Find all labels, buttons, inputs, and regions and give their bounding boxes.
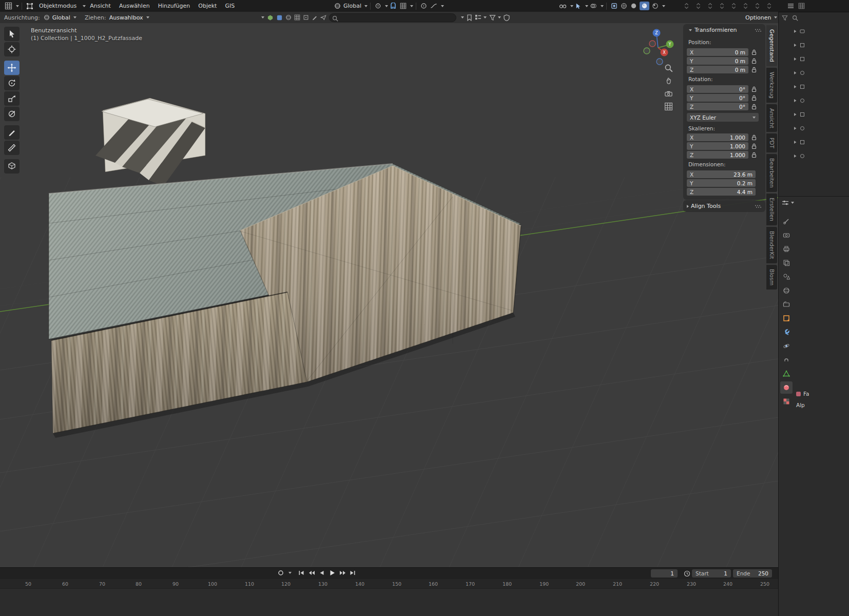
- hamburger-menu-icon[interactable]: [787, 3, 794, 9]
- overlays-dropdown[interactable]: [588, 3, 604, 9]
- cage-icon[interactable]: [303, 14, 309, 21]
- rotate-tool-button[interactable]: [4, 76, 20, 90]
- menu-auswaehlen[interactable]: Auswählen: [115, 0, 154, 12]
- drag-value[interactable]: Auswahlbox: [109, 14, 143, 21]
- mode-dropdown[interactable]: Objektmodus: [25, 0, 86, 12]
- expand-icon[interactable]: [793, 57, 797, 61]
- transform-panel-header[interactable]: Transformieren: [684, 25, 765, 35]
- transform-tool-button[interactable]: [4, 107, 20, 121]
- rotation-y-field[interactable]: Y 0°: [687, 94, 748, 102]
- scale-x-field[interactable]: X 1.000: [687, 133, 748, 141]
- menu-objekt[interactable]: Objekt: [194, 0, 221, 12]
- menu-gis[interactable]: GIS: [221, 0, 239, 12]
- expand-icon[interactable]: [793, 85, 797, 89]
- current-frame-field[interactable]: 1: [651, 569, 678, 578]
- dimension-z-field[interactable]: Z 4.4 m: [687, 188, 756, 196]
- lock-icon[interactable]: [751, 86, 757, 92]
- collapse-icon[interactable]: [755, 3, 760, 9]
- hexagon-icon[interactable]: [267, 14, 274, 21]
- play-reverse-button[interactable]: [317, 569, 326, 577]
- properties-tab-physics[interactable]: [780, 340, 793, 352]
- rotation-mode-dropdown[interactable]: XYZ Euler: [687, 113, 759, 122]
- tool-settings-caret[interactable]: [261, 16, 264, 18]
- clock-icon[interactable]: [684, 570, 690, 577]
- outliner-row[interactable]: [793, 56, 805, 62]
- lock-icon[interactable]: [751, 67, 757, 73]
- add-object-tool-button[interactable]: [4, 159, 20, 174]
- position-y-field[interactable]: Y 0 m: [687, 57, 748, 65]
- falloff-dropdown[interactable]: [429, 3, 444, 9]
- expand-icon[interactable]: [793, 126, 797, 130]
- shading-solid-icon[interactable]: [630, 3, 637, 9]
- properties-tab-constraints[interactable]: [780, 354, 793, 366]
- expand-icon[interactable]: [793, 43, 797, 47]
- properties-tab-tool[interactable]: [780, 215, 793, 227]
- scale-z-field[interactable]: Z 1.000: [687, 151, 748, 159]
- navigation-gizmo[interactable]: Z Y X: [636, 25, 680, 68]
- timeline-ruler[interactable]: 50 60 70 80 90 100 110 120 130 140 150 1…: [0, 579, 778, 589]
- collapse-icon[interactable]: [684, 3, 689, 9]
- proportional-edit-icon[interactable]: [420, 3, 427, 9]
- axis-neg-x-ball[interactable]: [649, 41, 655, 47]
- rotation-x-field[interactable]: X 0°: [687, 85, 748, 93]
- position-x-field[interactable]: X 0 m: [687, 48, 748, 56]
- snap-settings-dropdown[interactable]: [398, 3, 413, 9]
- lock-icon[interactable]: [751, 49, 757, 55]
- properties-tab-output[interactable]: [780, 243, 793, 255]
- jump-to-start-button[interactable]: [297, 569, 306, 577]
- select-box-icon[interactable]: [276, 14, 283, 21]
- display-mode-dropdown[interactable]: [475, 14, 487, 21]
- expand-icon[interactable]: [793, 154, 797, 158]
- collapse-icon[interactable]: [696, 3, 701, 9]
- bookmark-icon[interactable]: [467, 14, 472, 21]
- editor-type-button[interactable]: [0, 2, 19, 10]
- sidebar-tab-blosm[interactable]: Blosm: [766, 265, 777, 290]
- properties-tab-scene[interactable]: [780, 271, 793, 283]
- zoom-icon[interactable]: [664, 64, 673, 72]
- camera-view-icon[interactable]: [664, 89, 673, 98]
- annotate-tool-button[interactable]: [4, 125, 20, 140]
- search-options-caret[interactable]: [461, 16, 464, 18]
- lattice-icon[interactable]: [294, 14, 300, 21]
- perspective-grid-icon[interactable]: [664, 102, 673, 111]
- outliner-search-icon[interactable]: [792, 15, 798, 21]
- sidebar-tab-gegenstand[interactable]: Gegenstand: [766, 25, 777, 66]
- mesh-sphere-icon[interactable]: [285, 14, 292, 21]
- sidebar-tab-bearbeiten[interactable]: Bearbeiten: [766, 154, 777, 192]
- expand-icon[interactable]: [793, 112, 797, 117]
- shading-material-button[interactable]: [640, 2, 649, 10]
- options-dropdown[interactable]: Optionen: [744, 12, 777, 23]
- show-gizmo-dropdown[interactable]: [557, 3, 573, 9]
- jump-to-end-button[interactable]: [348, 569, 357, 577]
- lock-icon[interactable]: [751, 152, 757, 158]
- position-z-field[interactable]: Z 0 m: [687, 66, 748, 73]
- collapse-icon[interactable]: [707, 3, 713, 9]
- next-keyframe-button[interactable]: [338, 569, 347, 577]
- menu-ansicht[interactable]: Ansicht: [86, 0, 115, 12]
- align-tools-panel[interactable]: Align Tools: [684, 201, 765, 211]
- outliner-row[interactable]: [793, 29, 805, 34]
- collapse-icon[interactable]: [719, 3, 725, 9]
- cursor-tool-button[interactable]: [4, 42, 20, 56]
- viewport-3d[interactable]: Benutzeransicht (1) Collection | 1_1000_…: [0, 23, 778, 567]
- viewport-3d-scene[interactable]: [0, 23, 778, 567]
- axis-neg-z-ball[interactable]: [657, 59, 663, 65]
- lock-icon[interactable]: [751, 134, 757, 141]
- autokey-options-caret[interactable]: [288, 572, 292, 574]
- collapse-icon[interactable]: [743, 3, 748, 9]
- outliner-row[interactable]: [793, 140, 805, 145]
- properties-tab-data[interactable]: [780, 368, 793, 380]
- lock-icon[interactable]: [751, 95, 757, 101]
- plane-icon[interactable]: [320, 14, 326, 21]
- expand-icon[interactable]: [793, 99, 797, 103]
- filter-dropdown[interactable]: [489, 14, 501, 21]
- expand-icon[interactable]: [793, 71, 797, 75]
- outliner-filter-icon[interactable]: [782, 15, 788, 21]
- properties-editor-type-button[interactable]: [782, 200, 794, 206]
- outliner-row[interactable]: [793, 126, 805, 131]
- shield-icon[interactable]: [504, 14, 510, 21]
- lock-icon[interactable]: [751, 143, 757, 149]
- gizmos-dropdown[interactable]: [573, 3, 588, 9]
- lock-icon[interactable]: [751, 104, 757, 110]
- properties-tab-collection[interactable]: [780, 298, 793, 311]
